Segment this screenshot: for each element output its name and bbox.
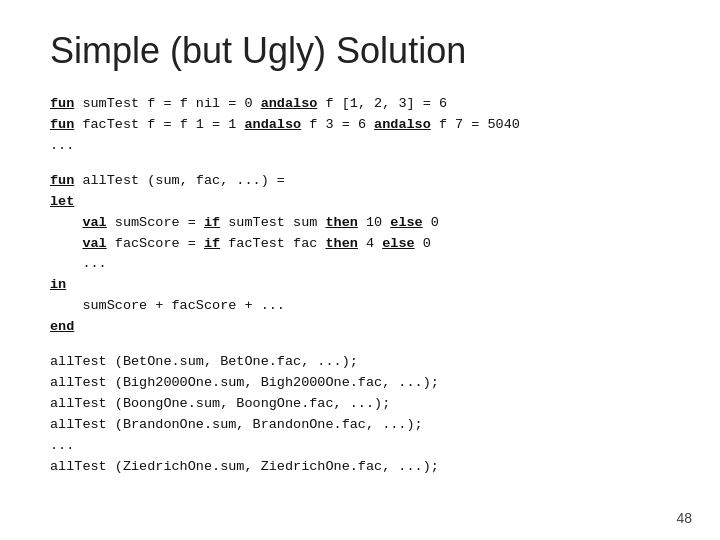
- kw-andalso-1: andalso: [261, 96, 318, 111]
- code-line: in: [50, 275, 670, 296]
- code-line: allTest (ZiedrichOne.sum, ZiedrichOne.fa…: [50, 457, 670, 478]
- page-number: 48: [676, 510, 692, 526]
- code-line: fun facTest f = f 1 = 1 andalso f 3 = 6 …: [50, 115, 670, 136]
- code-line: allTest (BoongOne.sum, BoongOne.fac, ...…: [50, 394, 670, 415]
- code-line: let: [50, 192, 670, 213]
- code-line: val facScore = if facTest fac then 4 els…: [50, 234, 670, 255]
- kw-else-2: else: [382, 236, 414, 251]
- code-line-ellipsis-3: ...: [50, 436, 670, 457]
- kw-else-1: else: [390, 215, 422, 230]
- code-block-1: fun sumTest f = f nil = 0 andalso f [1, …: [50, 94, 670, 157]
- slide-title: Simple (but Ugly) Solution: [50, 30, 670, 72]
- kw-fun-3: fun: [50, 173, 74, 188]
- kw-fun-2: fun: [50, 117, 74, 132]
- code-line: fun sumTest f = f nil = 0 andalso f [1, …: [50, 94, 670, 115]
- code-line: allTest (BrandonOne.sum, BrandonOne.fac,…: [50, 415, 670, 436]
- kw-let: let: [50, 194, 74, 209]
- code-line: allTest (BetOne.sum, BetOne.fac, ...);: [50, 352, 670, 373]
- code-line-ellipsis-1: ...: [50, 136, 670, 157]
- kw-if-1: if: [204, 215, 220, 230]
- kw-andalso-3: andalso: [374, 117, 431, 132]
- kw-if-2: if: [204, 236, 220, 251]
- kw-end: end: [50, 319, 74, 334]
- code-line: allTest (Bigh2000One.sum, Bigh2000One.fa…: [50, 373, 670, 394]
- kw-val-1: val: [82, 215, 106, 230]
- kw-then-2: then: [325, 236, 357, 251]
- code-line: val sumScore = if sumTest sum then 10 el…: [50, 213, 670, 234]
- code-line: sumScore + facScore + ...: [50, 296, 670, 317]
- slide: Simple (but Ugly) Solution fun sumTest f…: [0, 0, 720, 540]
- code-line: end: [50, 317, 670, 338]
- code-area: fun sumTest f = f nil = 0 andalso f [1, …: [50, 94, 670, 478]
- code-block-3: allTest (BetOne.sum, BetOne.fac, ...); a…: [50, 352, 670, 478]
- kw-fun: fun: [50, 96, 74, 111]
- code-block-2: fun allTest (sum, fac, ...) = let val su…: [50, 171, 670, 338]
- code-line-ellipsis-2: ...: [50, 254, 670, 275]
- kw-andalso-2: andalso: [244, 117, 301, 132]
- kw-then-1: then: [325, 215, 357, 230]
- code-line: fun allTest (sum, fac, ...) =: [50, 171, 670, 192]
- kw-val-2: val: [82, 236, 106, 251]
- kw-in: in: [50, 277, 66, 292]
